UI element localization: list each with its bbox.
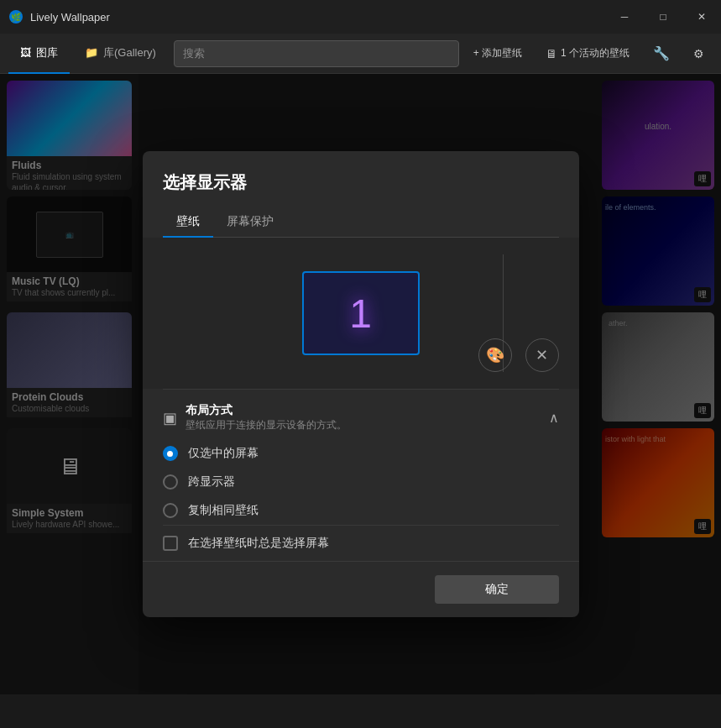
collapse-button[interactable]: ∧ (549, 410, 559, 426)
toolbar-right: + 添加壁纸 🖥 1 个活动的壁纸 🔧 ⚙ (465, 42, 713, 65)
checkbox-box[interactable] (163, 536, 178, 551)
customize-monitor-button[interactable]: 🎨 (478, 338, 512, 372)
option-selected-screen[interactable]: 仅选中的屏幕 (163, 446, 559, 461)
active-wallpaper-button[interactable]: 🖥 1 个活动的壁纸 (537, 43, 638, 64)
monitor-icon: 🖥 (546, 47, 557, 60)
option-duplicate-wallpaper[interactable]: 复制相同壁纸 (163, 503, 559, 518)
app-logo: 🌿 (8, 9, 24, 24)
checkbox-always-select[interactable]: 在选择壁纸时总是选择屏幕 (163, 525, 559, 561)
monitor-display-area: 1 🎨 ✕ (143, 238, 579, 389)
confirm-button[interactable]: 确定 (435, 575, 559, 604)
layout-icon: ▣ (163, 409, 177, 427)
customize-icon: 🎨 (486, 346, 504, 364)
add-wallpaper-button[interactable]: + 添加壁纸 (465, 43, 530, 64)
layout-title-block: 布局方式 壁纸应用于连接的显示设备的方式。 (185, 403, 347, 432)
radio-span-monitors[interactable] (163, 474, 178, 490)
close-icon: ✕ (536, 346, 548, 364)
radio-selected-screen[interactable] (163, 446, 178, 461)
tab-wallpaper[interactable]: 壁纸 (163, 207, 213, 238)
tab-screensaver[interactable]: 屏幕保护 (213, 207, 287, 238)
settings-icon: ⚙ (693, 47, 704, 60)
layout-header: ▣ 布局方式 壁纸应用于连接的显示设备的方式。 ∧ (163, 389, 559, 439)
layout-header-left: ▣ 布局方式 壁纸应用于连接的显示设备的方式。 (163, 403, 347, 432)
toolbar: 🖼 图库 📁 库(Gallery) 搜索 + 添加壁纸 🖥 1 个活动的壁纸 🔧… (0, 34, 721, 74)
layout-title: 布局方式 (185, 403, 347, 418)
option-span-monitors[interactable]: 跨显示器 (163, 474, 559, 490)
monitor-actions: 🎨 ✕ (478, 338, 559, 372)
titlebar: 🌿 Lively Wallpaper ─ □ ✕ (0, 0, 721, 34)
nav-gallery[interactable]: 🖼 图库 (8, 34, 70, 74)
library-icon: 📁 (85, 46, 98, 59)
window-controls: ─ □ ✕ (605, 0, 721, 34)
unknown-button[interactable]: 🔧 (645, 42, 678, 65)
close-button[interactable]: ✕ (682, 0, 721, 34)
modal-overlay: 选择显示器 壁纸 屏幕保护 1 🎨 ✕ (0, 74, 721, 694)
select-monitor-dialog: 选择显示器 壁纸 屏幕保护 1 🎨 ✕ (143, 151, 579, 617)
layout-options: 仅选中的屏幕 跨显示器 复制相同壁纸 (163, 439, 559, 525)
maximize-button[interactable]: □ (644, 0, 682, 34)
layout-subtitle: 壁纸应用于连接的显示设备的方式。 (185, 418, 347, 432)
search-placeholder: 搜索 (183, 46, 205, 61)
svg-text:🌿: 🌿 (11, 12, 22, 23)
main-content: Fluids Fluid simulation using system aud… (0, 74, 721, 694)
layout-section: ▣ 布局方式 壁纸应用于连接的显示设备的方式。 ∧ 仅选中的屏幕 (143, 389, 579, 561)
dialog-title: 选择显示器 (163, 171, 559, 194)
app-title: Lively Wallpaper (30, 11, 110, 24)
nav-library[interactable]: 📁 库(Gallery) (73, 34, 168, 74)
gallery-icon: 🖼 (20, 46, 31, 59)
minimize-button[interactable]: ─ (605, 0, 644, 34)
search-bar[interactable]: 搜索 (174, 40, 459, 67)
dialog-tabs: 壁纸 屏幕保护 (163, 207, 559, 238)
monitor-1[interactable]: 1 (302, 271, 420, 355)
close-monitor-button[interactable]: ✕ (525, 338, 559, 372)
settings-button[interactable]: ⚙ (685, 44, 713, 64)
monitor-number: 1 (349, 291, 372, 337)
dialog-footer: 确定 (143, 561, 579, 617)
radio-duplicate-wallpaper[interactable] (163, 503, 178, 518)
dialog-header: 选择显示器 壁纸 屏幕保护 (143, 151, 579, 238)
